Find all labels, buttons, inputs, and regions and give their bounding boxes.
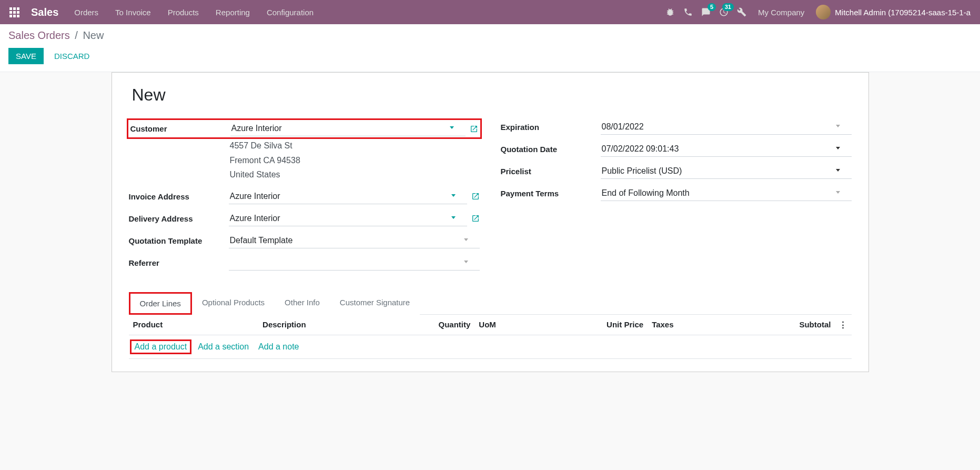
- debug-icon[interactable]: [665, 7, 675, 17]
- tab-order-lines[interactable]: Order Lines: [129, 292, 192, 315]
- quotation-template-input[interactable]: [229, 233, 480, 248]
- activities-icon[interactable]: 31: [719, 7, 729, 17]
- save-button[interactable]: SAVE: [8, 48, 44, 64]
- expiration-field: [601, 119, 852, 135]
- invoice-address-input[interactable]: [229, 189, 467, 204]
- messages-badge: 5: [708, 3, 716, 11]
- th-uom: UoM: [474, 315, 547, 335]
- company-selector[interactable]: My Company: [755, 8, 807, 17]
- table-add-row: Add a product Add a section Add a note: [129, 335, 852, 358]
- expiration-label: Expiration: [501, 119, 601, 132]
- payment-terms-field: [601, 186, 852, 201]
- delivery-address-field: [229, 211, 480, 226]
- order-lines-table: Product Description Quantity UoM Unit Pr…: [129, 315, 852, 358]
- referrer-row: Referrer: [129, 255, 480, 273]
- phone-icon[interactable]: [683, 7, 693, 17]
- form-title: New: [129, 85, 852, 105]
- tab-optional-products[interactable]: Optional Products: [192, 292, 275, 315]
- invoice-address-row: Invoice Address: [129, 189, 480, 207]
- apps-icon[interactable]: [5, 3, 24, 22]
- quotation-date-input[interactable]: [601, 142, 852, 157]
- customer-label: Customer: [130, 121, 230, 133]
- external-link-icon[interactable]: [471, 192, 480, 201]
- nav-reporting[interactable]: Reporting: [207, 1, 258, 24]
- navbar-left: Sales Orders To Invoice Products Reporti…: [5, 1, 322, 24]
- user-name: Mitchell Admin (17095214-saas-15-1-a: [835, 8, 971, 17]
- customer-input[interactable]: [230, 121, 466, 136]
- referrer-label: Referrer: [129, 255, 229, 267]
- expiration-input[interactable]: [601, 119, 852, 135]
- breadcrumb-parent[interactable]: Sales Orders: [8, 29, 70, 41]
- th-product: Product: [129, 315, 259, 335]
- invoice-address-label: Invoice Address: [129, 189, 229, 201]
- breadcrumb-separator: /: [75, 29, 78, 41]
- pricelist-row: Pricelist: [501, 164, 852, 182]
- pricelist-label: Pricelist: [501, 164, 601, 176]
- nav-to-invoice[interactable]: To Invoice: [107, 1, 159, 24]
- tools-icon[interactable]: [737, 7, 746, 17]
- user-menu[interactable]: Mitchell Admin (17095214-saas-15-1-a: [816, 5, 971, 19]
- payment-terms-label: Payment Terms: [501, 186, 601, 198]
- th-unit-price: Unit Price: [547, 315, 648, 335]
- breadcrumb: Sales Orders / New: [8, 29, 972, 42]
- tab-other-info[interactable]: Other Info: [275, 292, 330, 315]
- address-line2: Fremont CA 94538: [229, 154, 480, 167]
- quotation-date-label: Quotation Date: [501, 142, 601, 154]
- table-header-row: Product Description Quantity UoM Unit Pr…: [129, 315, 852, 335]
- pricelist-field: [601, 164, 852, 179]
- form-right-column: Expiration Quotation Date: [501, 119, 852, 277]
- quotation-date-field: [601, 142, 852, 157]
- add-product-link[interactable]: Add a product: [130, 339, 192, 354]
- navbar-right: 5 31 My Company Mitchell Admin (17095214…: [665, 5, 975, 19]
- th-quantity: Quantity: [402, 315, 474, 335]
- avatar: [816, 5, 831, 19]
- th-subtotal: Subtotal: [749, 315, 835, 335]
- quotation-template-label: Quotation Template: [129, 233, 229, 245]
- form-columns: Customer 4557 De Silva St Fremont CA 945…: [129, 119, 852, 277]
- payment-terms-row: Payment Terms: [501, 186, 852, 204]
- quotation-template-row: Quotation Template: [129, 233, 480, 251]
- action-buttons: SAVE DISCARD: [8, 48, 972, 64]
- th-description: Description: [258, 315, 402, 335]
- delivery-address-label: Delivery Address: [129, 211, 229, 223]
- pricelist-input[interactable]: [601, 164, 852, 179]
- external-link-icon[interactable]: [471, 214, 480, 223]
- delivery-address-row: Delivery Address: [129, 211, 480, 229]
- referrer-field: [229, 255, 480, 271]
- form-sheet: New Customer 4557 De Silva St: [112, 72, 869, 372]
- th-taxes: Taxes: [648, 315, 749, 335]
- referrer-input[interactable]: [229, 255, 480, 271]
- quotation-template-field: [229, 233, 480, 248]
- tab-customer-signature[interactable]: Customer Signature: [330, 292, 420, 315]
- tabs: Order Lines Optional Products Other Info…: [129, 292, 852, 315]
- nav-menu: Orders To Invoice Products Reporting Con…: [66, 1, 322, 24]
- messages-icon[interactable]: 5: [701, 7, 711, 17]
- expiration-row: Expiration: [501, 119, 852, 137]
- breadcrumb-current: New: [83, 29, 104, 41]
- invoice-address-field: [229, 189, 480, 204]
- control-panel: Sales Orders / New SAVE DISCARD: [0, 24, 980, 72]
- activities-badge: 31: [722, 3, 734, 11]
- add-section-link[interactable]: Add a section: [198, 342, 249, 352]
- nav-products[interactable]: Products: [159, 1, 207, 24]
- quotation-date-row: Quotation Date: [501, 142, 852, 159]
- customer-address: 4557 De Silva St Fremont CA 94538 United…: [129, 139, 480, 182]
- customer-field: [230, 121, 478, 136]
- add-note-link[interactable]: Add a note: [258, 342, 299, 352]
- nav-configuration[interactable]: Configuration: [258, 1, 322, 24]
- th-options[interactable]: ⋮: [835, 315, 851, 335]
- discard-button[interactable]: DISCARD: [54, 52, 90, 61]
- customer-row: Customer: [127, 118, 482, 139]
- delivery-address-input[interactable]: [229, 211, 467, 226]
- app-brand[interactable]: Sales: [24, 6, 66, 18]
- top-navbar: Sales Orders To Invoice Products Reporti…: [0, 0, 980, 24]
- form-left-column: Customer 4557 De Silva St Fremont CA 945…: [129, 119, 480, 277]
- form-background: New Customer 4557 De Silva St: [0, 72, 980, 372]
- payment-terms-input[interactable]: [601, 186, 852, 201]
- order-lines-table-wrap: Product Description Quantity UoM Unit Pr…: [129, 315, 852, 359]
- external-link-icon[interactable]: [470, 125, 478, 133]
- address-line1: 4557 De Silva St: [229, 139, 480, 153]
- address-line3: United States: [229, 168, 480, 182]
- add-links: Add a product Add a section Add a note: [133, 341, 847, 353]
- nav-orders[interactable]: Orders: [66, 1, 107, 24]
